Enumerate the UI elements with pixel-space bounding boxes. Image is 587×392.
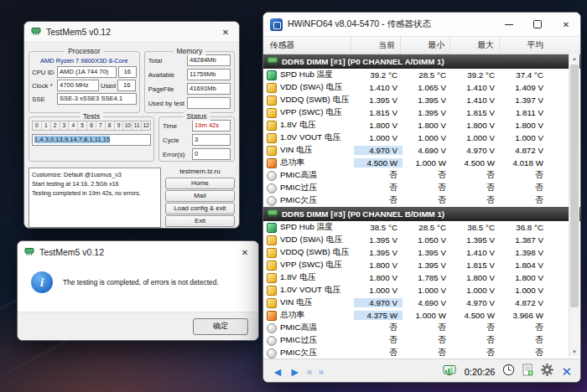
test-number-cell[interactable]: 8: [106, 121, 115, 130]
test-number-cell[interactable]: 10: [123, 121, 132, 130]
sensor-row[interactable]: VDDQ (SWB) 电压1.395 V1.395 V1.410 V1.397 …: [263, 94, 580, 106]
fast-back-button[interactable]: «: [307, 367, 313, 377]
dialog-titlebar[interactable]: TestMem5 v0.12 ✕: [18, 241, 258, 263]
sensor-label: VIN 电压: [280, 145, 354, 156]
sensor-group-title: DDR5 DIMM [#1] (P0 CHANNEL A/DIMM 1): [282, 57, 444, 66]
sensor-group-header[interactable]: DDR5 DIMM [#1] (P0 CHANNEL A/DIMM 1): [263, 54, 580, 69]
close-icon[interactable]: ✕: [231, 241, 258, 263]
test-number-cell[interactable]: 3: [60, 121, 70, 130]
sensor-value: 38.5 °C: [354, 223, 403, 232]
minimize-icon[interactable]: [495, 13, 523, 36]
settings-gear-icon[interactable]: [541, 364, 553, 379]
sensor-value: 1.800 V: [354, 260, 403, 270]
voltage-icon: [267, 235, 277, 245]
sensor-row[interactable]: VIN 电压4.970 V4.690 V4.970 V4.872 V: [263, 144, 580, 157]
ok-button[interactable]: 确定: [193, 318, 248, 335]
home-button[interactable]: Home: [165, 178, 235, 189]
report-icon[interactable]: [522, 364, 533, 379]
sensor-value: 否: [354, 170, 403, 181]
sensor-row[interactable]: PMIC欠压否否否否: [263, 194, 580, 207]
test-number-cell[interactable]: 5: [78, 121, 87, 130]
column-maximum[interactable]: 最大: [449, 37, 499, 54]
sensor-row[interactable]: VDDQ (SWB) 电压1.395 V1.395 V1.410 V1.398 …: [263, 246, 580, 259]
column-average[interactable]: 平均: [499, 37, 548, 54]
memory-group-label: Memory: [173, 47, 205, 55]
maximize-icon[interactable]: [523, 13, 552, 36]
log-line: Testing completed in 19m 42s, no errors.: [32, 188, 158, 198]
testmem5-dialog: TestMem5 v0.12 ✕ i The testing is comple…: [17, 240, 259, 341]
sensor-value: 否: [354, 195, 403, 206]
column-header-row[interactable]: 传感器 当前 最小 最大 平均: [263, 36, 580, 54]
sensor-value: 1.410 V: [451, 83, 500, 92]
sensor-group-header[interactable]: DDR5 DIMM [#3] (P0 CHANNEL B/DIMM 1): [263, 207, 580, 221]
memory-row-label: PageFile: [148, 85, 184, 93]
sensor-row[interactable]: SPD Hub 温度39.2 °C28.5 °C39.2 °C37.4 °C: [263, 69, 580, 81]
forward-arrow-button[interactable]: ►: [289, 366, 301, 378]
status-group-label: Status: [183, 112, 210, 121]
sensor-row[interactable]: VDD (SWA) 电压1.410 V1.065 V1.410 V1.409 V: [263, 81, 580, 94]
sensor-row[interactable]: PMIC高温否否否否: [263, 169, 580, 182]
sensor-row[interactable]: 1.0V VOUT 电压1.000 V1.000 V1.000 V1.000 V: [263, 284, 580, 297]
sensor-row[interactable]: 总功率4.500 W1.000 W4.500 W4.018 W: [263, 157, 580, 169]
testmem-link[interactable]: testmem.tz.ru: [165, 168, 235, 175]
test-number-cell[interactable]: 11: [132, 121, 142, 130]
sensor-value: 28.5 °C: [403, 223, 451, 232]
sensor-row[interactable]: PMIC过压否否否否: [263, 182, 580, 194]
sensor-label: 1.8V 电压: [280, 120, 354, 131]
voltage-icon: [267, 146, 277, 156]
sensor-row[interactable]: VIN 电压4.970 V4.690 V4.970 V4.872 V: [263, 297, 580, 309]
sensor-value: 1.395 V: [403, 260, 451, 270]
sensor-row[interactable]: PMIC欠压否否否否: [263, 347, 580, 358]
sensor-group-title: DDR5 DIMM [#3] (P0 CHANNEL B/DIMM 1): [282, 209, 444, 219]
sensor-row[interactable]: 总功率4.375 W1.000 W4.500 W3.966 W: [263, 309, 580, 322]
back-arrow-button[interactable]: ◄: [272, 366, 283, 378]
sensor-row[interactable]: VDD (SWA) 电压1.395 V1.050 V1.395 V1.387 V: [263, 234, 580, 246]
sensor-row[interactable]: 1.0V VOUT 电压1.000 V1.000 V1.000 V1.000 V: [263, 132, 580, 144]
sensor-row[interactable]: PMIC高温否否否否: [263, 322, 580, 334]
used-label: Used: [101, 82, 116, 90]
memory-row: PageFile41691Mb: [148, 83, 231, 95]
column-minimum[interactable]: 最小: [400, 37, 449, 54]
testmem5-titlebar[interactable]: TestMem5 v0.12 ✕: [24, 22, 239, 43]
sensor-row[interactable]: 1.8V 电压1.800 V1.800 V1.800 V1.800 V: [263, 119, 580, 132]
sensor-row[interactable]: 1.8V 电压1.800 V1.785 V1.800 V1.800 V: [263, 271, 580, 284]
clock-icon[interactable]: [502, 364, 515, 379]
sensor-row[interactable]: VPP (SWC) 电压1.800 V1.395 V1.815 V1.804 V: [263, 259, 580, 271]
scrollbar-thumb[interactable]: [570, 64, 579, 307]
scroll-up-icon[interactable]: ▲: [569, 54, 579, 64]
mail-button[interactable]: Mail: [165, 190, 235, 202]
sensor-value: 4.500 W: [451, 158, 500, 168]
test-number-cell[interactable]: 0: [33, 121, 42, 130]
tm5-log[interactable]: Customize: Default @1usmus_v3Start testi…: [29, 168, 161, 228]
scrollbar[interactable]: ▲ ▼: [569, 54, 579, 357]
hwinfo-titlebar[interactable]: HWiNFO64 v8.04-5470 - 传感器状态 ✕: [263, 13, 580, 36]
sensor-row[interactable]: SPD Hub 温度38.5 °C28.5 °C38.5 °C36.8 °C: [263, 221, 580, 234]
dialog-title: TestMem5 v0.12: [39, 247, 104, 257]
test-number-cell[interactable]: 4: [69, 121, 78, 130]
load-config-exit-button[interactable]: Load config & exit: [165, 203, 235, 214]
exit-button[interactable]: Exit: [165, 215, 235, 227]
test-number-cell[interactable]: 7: [96, 121, 106, 130]
close-icon[interactable]: ✕: [552, 13, 580, 36]
test-number-cell[interactable]: 9: [115, 121, 124, 130]
sensor-value: 1.397 V: [500, 95, 548, 105]
test-number-cell[interactable]: 2: [51, 121, 60, 130]
sensor-label: 1.0V VOUT 电压: [280, 132, 354, 143]
sensor-row[interactable]: PMIC过压否否否否: [263, 334, 580, 347]
test-number-cell[interactable]: 6: [87, 121, 96, 130]
close-icon[interactable]: ✕: [212, 22, 239, 42]
scroll-down-icon[interactable]: ▼: [569, 347, 579, 357]
column-current[interactable]: 当前: [351, 37, 400, 54]
fast-forward-button[interactable]: »: [318, 367, 324, 377]
test-number-cell[interactable]: 12: [142, 121, 150, 130]
sensor-row[interactable]: VPP (SWC) 电压1.815 V1.395 V1.815 V1.811 V: [263, 106, 580, 119]
sensor-value: 4.375 W: [354, 311, 403, 320]
sensor-value: 1.395 V: [354, 248, 403, 257]
test-number-cell[interactable]: 1: [42, 121, 51, 130]
sensor-value: 4.690 V: [403, 146, 451, 155]
column-sensor[interactable]: 传感器: [263, 37, 351, 54]
close-sensors-button[interactable]: ✕: [561, 365, 572, 378]
sensor-value: 否: [500, 322, 548, 333]
sensors-monitor-icon[interactable]: [443, 364, 457, 379]
test-selection-field[interactable]: 1,4,3,0,13,9,14,7,8,1,11,15: [32, 134, 151, 146]
